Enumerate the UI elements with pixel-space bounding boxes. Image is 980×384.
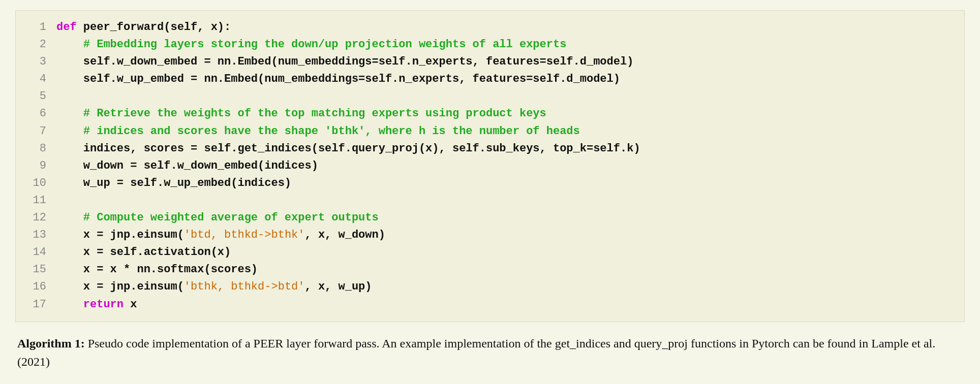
code-line: 12 # Compute weighted average of expert … [26,209,954,227]
code-line: 10 w_up = self.w_up_embed(indices) [26,175,954,192]
line-number: 5 [26,88,46,105]
line-content: x = jnp.einsum('bthk, bthkd->btd', x, w_… [56,278,954,296]
line-number: 3 [26,53,46,71]
code-line: 5 [26,88,954,105]
line-content: x = self.activation(x) [56,244,954,261]
code-token: x = jnp.einsum( [56,280,184,293]
code-line: 17 return x [26,296,954,313]
line-content: # Retrieve the weights of the top matchi… [56,105,954,122]
caption-label: Algorithm 1: [17,337,85,350]
code-token: def [56,21,77,34]
line-content: indices, scores = self.get_indices(self.… [56,140,954,157]
line-number: 9 [26,157,46,175]
line-content: return x [56,296,954,313]
code-token: self.w_up_embed = nn.Embed(num_embedding… [56,73,620,85]
code-line: 13 x = jnp.einsum('btd, bthkd->bthk', x,… [26,227,954,244]
line-content: w_up = self.w_up_embed(indices) [56,175,954,192]
code-block: 1def peer_forward(self, x):2 # Embedding… [15,10,965,322]
line-content: # indices and scores have the shape 'bth… [56,123,954,140]
code-line: 3 self.w_down_embed = nn.Embed(num_embed… [26,53,954,71]
line-content: def peer_forward(self, x): [56,19,954,36]
code-token: # indices and scores have the shape 'bth… [56,125,580,138]
code-token: indices, scores = self.get_indices(self.… [56,142,640,155]
code-token: return [83,298,124,311]
code-line: 4 self.w_up_embed = nn.Embed(num_embeddi… [26,71,954,88]
code-token: , x, w_down) [304,229,385,241]
code-token: 'bthk, bthkd->btd' [184,280,305,293]
code-line: 9 w_down = self.w_down_embed(indices) [26,157,954,175]
code-line: 11 [26,192,954,209]
line-content: # Compute weighted average of expert out… [56,209,954,227]
line-number: 2 [26,36,46,53]
code-line: 8 indices, scores = self.get_indices(sel… [26,140,954,157]
code-line: 1def peer_forward(self, x): [26,19,954,36]
code-token: x = x * nn.softmax(scores) [56,263,258,276]
line-number: 16 [26,278,46,296]
line-number: 7 [26,123,46,140]
line-number: 15 [26,261,46,278]
code-token: # Compute weighted average of expert out… [56,211,379,224]
code-token: peer_forward(self, x): [77,21,231,34]
line-content: x = x * nn.softmax(scores) [56,261,954,278]
code-token: , x, w_up) [304,280,372,293]
code-token: w_down = self.w_down_embed(indices) [56,159,318,172]
line-number: 10 [26,175,46,192]
line-number: 12 [26,209,46,227]
line-content: w_down = self.w_down_embed(indices) [56,157,954,175]
line-content: x = jnp.einsum('btd, bthkd->bthk', x, w_… [56,227,954,244]
line-number: 1 [26,19,46,36]
code-token: x = jnp.einsum( [56,229,184,241]
line-content: # Embedding layers storing the down/up p… [56,36,954,53]
code-token: x = self.activation(x) [56,246,231,259]
line-number: 13 [26,227,46,244]
line-number: 11 [26,192,46,209]
code-line: 6 # Retrieve the weights of the top matc… [26,105,954,122]
figure-caption: Algorithm 1: Pseudo code implementation … [15,334,965,371]
line-number: 4 [26,71,46,88]
code-token [56,298,83,311]
code-token: 'btd, bthkd->bthk' [184,229,305,241]
code-line: 15 x = x * nn.softmax(scores) [26,261,954,278]
code-line: 2 # Embedding layers storing the down/up… [26,36,954,53]
line-number: 6 [26,105,46,122]
code-token: self.w_down_embed = nn.Embed(num_embeddi… [56,55,633,68]
line-number: 14 [26,244,46,261]
code-line: 14 x = self.activation(x) [26,244,954,261]
caption-text: Pseudo code implementation of a PEER lay… [17,337,935,368]
line-content: self.w_up_embed = nn.Embed(num_embedding… [56,71,954,88]
code-line: 7 # indices and scores have the shape 'b… [26,123,954,140]
code-token: x [124,298,137,311]
line-number: 8 [26,140,46,157]
line-content: self.w_down_embed = nn.Embed(num_embeddi… [56,53,954,71]
line-content [56,192,954,209]
code-token: w_up = self.w_up_embed(indices) [56,177,291,189]
code-token: # Embedding layers storing the down/up p… [56,38,566,51]
code-line: 16 x = jnp.einsum('bthk, bthkd->btd', x,… [26,278,954,296]
code-token: # Retrieve the weights of the top matchi… [56,107,546,120]
line-number: 17 [26,296,46,313]
line-content [56,88,954,105]
